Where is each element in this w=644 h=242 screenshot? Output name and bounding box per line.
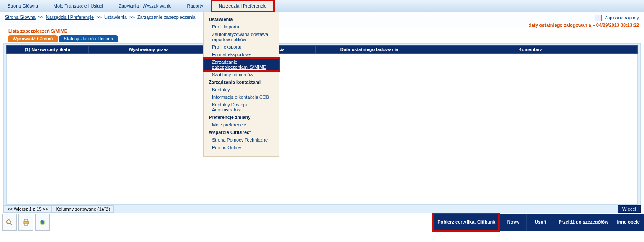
refresh-icon[interactable] <box>35 214 50 231</box>
svg-rect-4 <box>24 223 28 225</box>
grid-container: (1) Nazwa certyfikatuWystawiony przez(2)… <box>3 43 641 205</box>
col-header[interactable]: Data ostatniego ładowania <box>316 46 423 54</box>
menu-item[interactable]: Strona Pomocy Technicznej <box>204 136 279 144</box>
svg-point-0 <box>7 220 10 224</box>
menu-heading: Preferencje zmiany <box>204 113 279 121</box>
nav-tools[interactable]: Narzędzia i Preferencje <box>211 0 274 12</box>
page-title: Lista zabezpieczeń S/MIME <box>0 28 644 35</box>
tools-dropdown-menu: UstawieniaProfil importuZautomatyzowana … <box>203 12 279 157</box>
menu-item[interactable]: Profil importu <box>204 23 279 31</box>
bottom-toolbar: Pobierz certyfikat CitibankNowyUsuńPrzej… <box>2 214 644 231</box>
tabs: Wprowadź / ZmieńStatusy zleceń / Histori… <box>0 35 644 42</box>
menu-heading: Wsparcie CitiDirect <box>204 129 279 136</box>
last-login-text: daty ostatniego zalogowania – 04/29/2013… <box>529 23 639 28</box>
btn-details[interactable]: Przejdź do szczegółów <box>554 214 612 231</box>
btn-new[interactable]: Nowy <box>499 214 526 231</box>
menu-item[interactable]: Pomoc Online <box>204 144 279 151</box>
saved-reports-link[interactable]: Zapisane raporty <box>604 15 639 20</box>
top-nav: Strona GłównaMoje Transakcje i UsługiZap… <box>0 0 644 12</box>
tab-edit[interactable]: Wprowadź / Zmień <box>8 35 58 42</box>
saved-reports-icon <box>595 15 602 21</box>
menu-item[interactable]: Moje preferencje <box>204 121 279 129</box>
menu-item[interactable]: Profil eksportu <box>204 43 279 51</box>
svg-line-1 <box>10 223 12 225</box>
nav-queries[interactable]: Zapytania i Wyszukiwanie <box>111 0 179 12</box>
menu-item[interactable]: Zarządzanie zabezpieczeniami S/MIME <box>204 58 279 71</box>
btn-download-cert[interactable]: Pobierz certyfikat Citibank <box>433 214 499 231</box>
breadcrumb-settings: Ustawienia <box>104 15 127 20</box>
search-icon[interactable] <box>2 214 17 231</box>
print-icon[interactable] <box>18 214 33 231</box>
menu-heading: Zarządzania kontaktami <box>204 78 279 86</box>
menu-item[interactable]: Zautomatyzowana dostawa raportów i plikó… <box>204 31 279 43</box>
subheader: Strona Główna >> Narzędzia i Preferencje… <box>0 12 644 28</box>
col-header[interactable]: (1) Nazwa certyfikatu <box>7 46 89 54</box>
col-header[interactable]: Wystawiony przez <box>89 46 209 54</box>
menu-item[interactable]: Szablony odbiorców <box>204 71 279 78</box>
tab-history[interactable]: Statusy zleceń / Historia <box>59 35 118 42</box>
btn-more[interactable]: Inne opcje <box>613 214 644 231</box>
horizontal-scrollbar[interactable] <box>8 197 636 203</box>
breadcrumb-tools[interactable]: Narzędzia i Preferencje <box>46 15 94 20</box>
status-row: << Wiersz 1 z 15 >> Kolumny sortowane (1… <box>3 205 641 213</box>
menu-item[interactable]: Kontakty <box>204 86 279 93</box>
row-counter[interactable]: << Wiersz 1 z 15 >> <box>3 205 52 213</box>
btn-delete[interactable]: Usuń <box>526 214 554 231</box>
grid-header: (1) Nazwa certyfikatuWystawiony przez(2)… <box>6 45 638 54</box>
more-button[interactable]: Więcej <box>618 205 641 213</box>
breadcrumb-home[interactable]: Strona Główna <box>5 15 36 20</box>
menu-item[interactable]: Kontakty Dostępu Administratora <box>204 101 279 113</box>
menu-item[interactable]: Informacja o kontakcie COB <box>204 93 279 101</box>
nav-home[interactable]: Strona Główna <box>0 0 46 12</box>
sort-indicator: Kolumny sortowane (1)/(2) <box>52 205 114 213</box>
menu-item[interactable]: Format eksportowy <box>204 51 279 58</box>
svg-rect-3 <box>24 219 28 221</box>
header-right: Zapisane raporty daty ostatniego zalogow… <box>529 15 639 28</box>
breadcrumb: Strona Główna >> Narzędzia i Preferencje… <box>5 15 195 20</box>
menu-heading: Ustawienia <box>204 15 279 23</box>
nav-transactions[interactable]: Moje Transakcje i Usługi <box>46 0 111 12</box>
breadcrumb-current: Zarządzanie zabezpieczenia <box>137 15 195 20</box>
col-header[interactable]: Komentarz <box>423 46 637 54</box>
nav-reports[interactable]: Raporty <box>179 0 211 12</box>
grid-body <box>6 54 638 205</box>
